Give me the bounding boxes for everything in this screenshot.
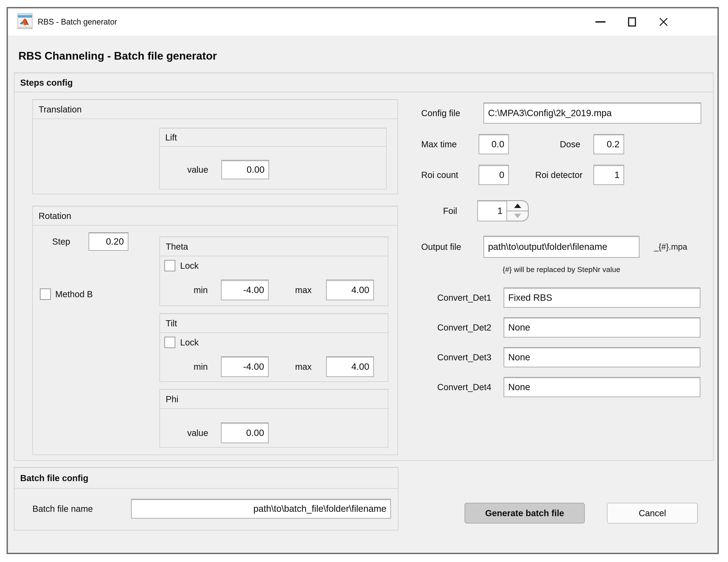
batch-file-name-input[interactable] <box>131 499 391 519</box>
method-b-checkbox[interactable] <box>40 288 51 300</box>
lift-value-input[interactable] <box>221 160 269 179</box>
convert-det3-input[interactable] <box>504 347 700 367</box>
minimize-icon <box>595 21 605 23</box>
convert-det4-input[interactable] <box>504 377 700 397</box>
translation-panel-title: Translation <box>33 100 398 119</box>
tilt-min-label: min <box>175 356 208 377</box>
foil-spinner <box>507 200 529 221</box>
roi-count-input[interactable] <box>479 165 509 185</box>
page-title: RBS Channeling - Batch file generator <box>18 50 217 62</box>
theta-max-label: max <box>278 280 312 300</box>
maximize-button[interactable] <box>623 13 641 31</box>
foil-input[interactable] <box>477 200 507 221</box>
dose-label: Dose <box>548 134 580 154</box>
tilt-max-label: max <box>278 356 312 377</box>
spinner-down-icon <box>514 214 521 218</box>
theta-lock-label: Lock <box>180 260 215 271</box>
foil-spinner-up-button[interactable] <box>507 201 528 211</box>
tilt-lock-checkbox[interactable] <box>164 337 175 348</box>
generate-batch-file-button[interactable]: Generate batch file <box>465 503 585 523</box>
convert-det2-input[interactable] <box>504 317 700 338</box>
roi-detector-input[interactable] <box>593 165 624 185</box>
convert-det2-label: Convert_Det2 <box>421 317 491 338</box>
tilt-max-input[interactable] <box>326 356 374 377</box>
maximize-icon <box>628 17 636 27</box>
phi-value-input[interactable] <box>221 423 269 443</box>
convert-det1-input[interactable] <box>504 288 700 308</box>
theta-min-input[interactable] <box>221 280 269 300</box>
method-b-label: Method B <box>55 288 112 300</box>
step-input[interactable] <box>89 232 128 251</box>
output-file-input[interactable] <box>483 236 639 258</box>
close-button[interactable] <box>655 13 672 31</box>
dose-input[interactable] <box>593 134 624 154</box>
lift-panel: Lift <box>159 128 387 189</box>
icon-title-strip <box>18 15 32 18</box>
foil-label: Foil <box>430 200 457 221</box>
theta-panel-title: Theta <box>160 237 388 256</box>
convert-det4-label: Convert_Det4 <box>421 377 491 397</box>
tilt-min-input[interactable] <box>221 356 269 377</box>
batch-file-name-label: Batch file name <box>32 499 120 519</box>
close-icon <box>658 16 669 27</box>
batch-file-config-panel: Batch file config <box>14 467 398 530</box>
tilt-lock-label: Lock <box>180 337 215 348</box>
lift-value-label: value <box>167 160 208 179</box>
matlab-logo-icon <box>20 18 30 27</box>
cancel-button[interactable]: Cancel <box>607 503 698 523</box>
theta-max-input[interactable] <box>326 280 374 300</box>
rotation-panel-title: Rotation <box>33 207 398 226</box>
roi-detector-label: Roi detector <box>526 165 582 185</box>
max-time-input[interactable] <box>479 134 509 154</box>
icon-footer-strip <box>18 27 32 28</box>
spinner-up-icon <box>514 204 521 208</box>
output-file-suffix: _{#}.mpa <box>654 236 687 258</box>
tilt-panel-title: Tilt <box>160 314 388 333</box>
screenshot-root: RBS - Batch generator RBS Channeling - B… <box>0 0 728 562</box>
batch-file-config-title: Batch file config <box>14 468 398 489</box>
foil-spinner-down-button[interactable] <box>507 211 528 221</box>
steps-config-panel-title: Steps config <box>14 73 713 92</box>
window-title: RBS - Batch generator <box>38 8 117 36</box>
max-time-label: Max time <box>421 134 469 154</box>
output-file-hint: {#} will be replaced by StepNr value <box>483 265 639 274</box>
phi-panel-title: Phi <box>160 390 388 409</box>
theta-min-label: min <box>175 280 208 300</box>
phi-value-label: value <box>167 423 208 443</box>
output-file-label: Output file <box>421 236 478 258</box>
roi-count-label: Roi count <box>421 165 469 185</box>
step-label: Step <box>52 232 83 251</box>
convert-det1-label: Convert_Det1 <box>421 288 491 308</box>
lift-panel-title: Lift <box>160 129 386 147</box>
config-file-label: Config file <box>421 103 478 124</box>
config-file-input[interactable] <box>483 103 701 124</box>
minimize-button[interactable] <box>592 13 609 31</box>
matlab-app-icon <box>18 13 32 29</box>
convert-det3-label: Convert_Det3 <box>421 347 491 367</box>
theta-lock-checkbox[interactable] <box>164 260 175 271</box>
